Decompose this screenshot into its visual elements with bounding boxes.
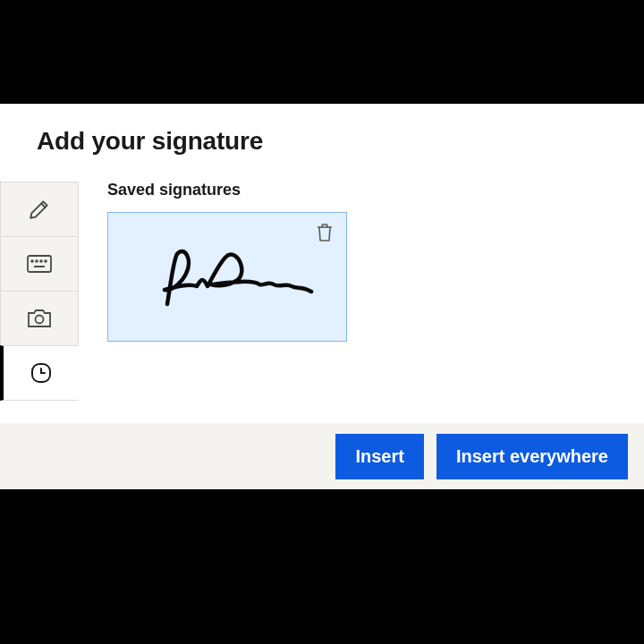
- svg-point-1: [31, 260, 33, 262]
- insert-button[interactable]: Insert: [335, 434, 423, 479]
- saved-signature-card[interactable]: [107, 212, 347, 342]
- tab-camera[interactable]: [0, 291, 79, 346]
- signature-method-tabs: [0, 182, 79, 401]
- letterbox-top: [0, 0, 644, 104]
- svg-point-4: [45, 260, 47, 262]
- keyboard-icon: [27, 255, 52, 273]
- saved-signatures-panel: Saved signatures: [107, 181, 626, 342]
- section-label: Saved signatures: [107, 181, 626, 199]
- pencil-icon: [28, 198, 51, 221]
- tab-draw[interactable]: [0, 182, 79, 237]
- signature-dialog: Add your signature: [0, 104, 644, 423]
- delete-signature-button[interactable]: [314, 222, 335, 243]
- signature-preview: [138, 242, 317, 313]
- dialog-title: Add your signature: [37, 127, 263, 156]
- svg-rect-0: [28, 256, 51, 272]
- svg-point-3: [40, 260, 42, 262]
- dialog-footer: Insert Insert everywhere: [0, 423, 644, 489]
- clock-icon: [30, 362, 52, 384]
- camera-icon: [27, 308, 52, 329]
- tab-recent[interactable]: [0, 345, 79, 401]
- tab-type[interactable]: [0, 236, 79, 292]
- trash-icon: [316, 223, 334, 242]
- svg-point-6: [36, 316, 44, 324]
- letterbox-bottom: [0, 489, 644, 644]
- svg-point-2: [36, 260, 38, 262]
- insert-everywhere-button[interactable]: Insert everywhere: [436, 434, 628, 479]
